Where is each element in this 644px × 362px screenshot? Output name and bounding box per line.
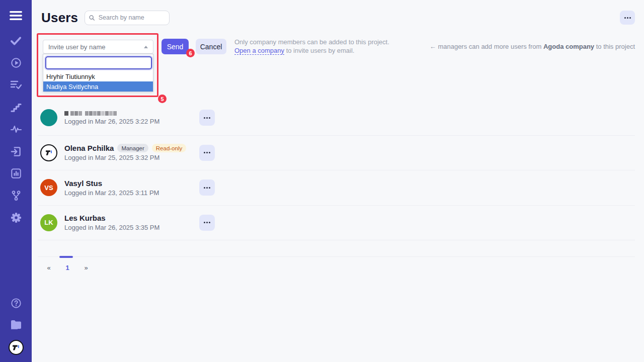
page-more-button[interactable]	[620, 11, 635, 25]
logged-in-text: Logged in Mar 26, 2025 3:22 PM	[64, 118, 199, 125]
annotation-badge-6: 6	[186, 49, 195, 57]
open-company-link[interactable]: Open a company	[234, 47, 284, 55]
logged-in-text: Logged in Mar 23, 2025 3:11 PM	[64, 189, 199, 197]
manager-badge: Manager	[117, 144, 148, 152]
user-row: VS Vasyl Stus Logged in Mar 23, 2025 3:1…	[38, 170, 635, 206]
redacted-name	[64, 110, 199, 116]
avatar: VS	[40, 179, 57, 196]
search-input[interactable]	[99, 14, 166, 21]
dropdown-option-selected[interactable]: Nadiya Svitlychna	[43, 81, 153, 92]
avatar: LK	[40, 214, 57, 231]
branches-icon[interactable]	[10, 190, 23, 201]
invite-dropdown-panel: Hryhir Tiutiunnyk Nadiya Svitlychna	[43, 54, 153, 92]
invite-section: 5 6 Invite user by name Hryhir Tiutiunny…	[32, 33, 644, 101]
row-more-button[interactable]	[199, 110, 215, 126]
logged-in-text: Logged in Mar 25, 2025 3:32 PM	[64, 154, 199, 161]
milestones-stairs-icon[interactable]	[10, 102, 23, 113]
chevron-up-icon	[144, 46, 148, 48]
pagination-next[interactable]: »	[83, 264, 90, 272]
readonly-badge: Read-only	[152, 144, 186, 152]
tests-check-icon[interactable]	[10, 35, 23, 46]
active-page-indicator	[59, 256, 73, 258]
invite-user-select[interactable]: Invite user by name	[43, 40, 153, 54]
reports-chart-icon[interactable]	[10, 168, 23, 179]
row-more-button[interactable]	[199, 179, 215, 196]
more-dots-icon	[624, 17, 626, 19]
topbar: Users	[41, 10, 635, 25]
search-box[interactable]	[85, 11, 170, 25]
avatar	[40, 109, 57, 126]
send-button[interactable]: Send	[162, 39, 189, 54]
help-icon[interactable]	[10, 298, 23, 309]
annotation-badge-5: 5	[158, 95, 167, 103]
pagination-prev[interactable]: «	[45, 264, 52, 272]
logged-in-text: Logged in Mar 26, 2025 3:35 PM	[64, 224, 199, 231]
pagination-page-1[interactable]: 1	[64, 264, 71, 272]
avatar-logo	[40, 144, 57, 161]
cancel-button[interactable]: Cancel	[196, 39, 226, 54]
projects-folder-icon[interactable]	[10, 319, 23, 330]
main-content: Users 5 6 Invite user by name Hryhir Tiu…	[32, 0, 644, 362]
user-row: Olena Pchilka Manager Read-only Logged i…	[38, 136, 635, 171]
hamburger-menu-icon[interactable]	[10, 10, 23, 21]
sidebar-bottom	[9, 298, 24, 355]
user-name: Vasyl Stus	[64, 179, 102, 188]
page-title: Users	[41, 10, 78, 26]
user-name: Les Kurbas	[64, 214, 106, 222]
info-line2-rest: to invite users by email.	[284, 47, 354, 54]
info-line1: Only company members can be added to thi…	[234, 38, 389, 46]
import-sign-in-icon[interactable]	[10, 146, 23, 157]
sidebar	[0, 0, 32, 362]
list-footer-divider	[38, 240, 635, 257]
company-name: Agoda company	[543, 43, 594, 50]
sidebar-nav	[10, 35, 23, 223]
search-icon	[89, 15, 95, 21]
activity-pulse-icon[interactable]	[10, 124, 23, 135]
user-list: Logged in Mar 26, 2025 3:22 PM Olena Pch…	[38, 101, 635, 240]
user-name: Olena Pchilka	[64, 144, 114, 152]
row-more-button[interactable]	[199, 145, 215, 161]
managers-note: ← managers can add more users from Agoda…	[430, 43, 635, 50]
settings-gear-icon[interactable]	[10, 212, 23, 223]
invite-info-text: Only company members can be added to thi…	[234, 38, 389, 55]
user-row: LK Les Kurbas Logged in Mar 26, 2025 3:3…	[38, 206, 635, 241]
invite-select-label: Invite user by name	[48, 43, 105, 51]
pagination: « 1 »	[38, 257, 644, 272]
test-plans-list-icon[interactable]	[10, 79, 23, 90]
row-more-button[interactable]	[199, 215, 215, 231]
app-logo[interactable]	[9, 340, 24, 355]
dropdown-option[interactable]: Hryhir Tiutiunnyk	[43, 71, 153, 81]
user-row: Logged in Mar 26, 2025 3:22 PM	[38, 101, 635, 136]
runs-play-icon[interactable]	[10, 57, 23, 68]
invite-filter-input[interactable]	[45, 56, 152, 69]
